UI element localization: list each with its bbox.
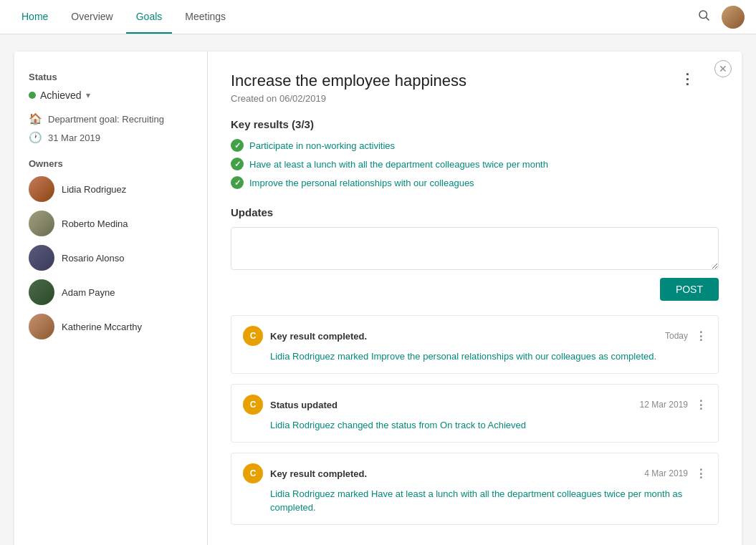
owner-name-1: Lidia Rodriguez bbox=[62, 184, 126, 195]
updates-title: Updates bbox=[231, 206, 719, 218]
department-goal-text: Department goal: Recruiting bbox=[48, 114, 164, 125]
check-icon-1 bbox=[231, 139, 244, 152]
update-avatar-letter-2: C bbox=[250, 400, 257, 410]
owner-avatar-3 bbox=[29, 245, 54, 271]
key-result-3: Improve the personal relationships with … bbox=[231, 176, 719, 189]
svg-point-0 bbox=[699, 11, 707, 19]
key-result-1: Participate in non-working activities bbox=[231, 139, 719, 152]
update-card-left-1: C Key result completed. bbox=[243, 326, 367, 346]
update-card-right-1: Today ⋮ bbox=[665, 329, 707, 343]
key-result-2: Have at least a lunch with all the depar… bbox=[231, 158, 719, 170]
update-card-right-2: 12 Mar 2019 ⋮ bbox=[640, 398, 707, 412]
nav-item-meetings[interactable]: Meetings bbox=[175, 0, 236, 34]
owner-avatar-5 bbox=[29, 314, 54, 339]
owner-row-2[interactable]: Roberto Medina bbox=[29, 211, 193, 236]
post-button[interactable]: POST bbox=[660, 278, 719, 301]
owners-section: Owners Lidia Rodriguez Roberto Medina Ro… bbox=[29, 158, 193, 339]
owner-avatar-1 bbox=[29, 176, 54, 202]
owner-name-3: Rosario Alonso bbox=[62, 253, 124, 264]
goal-title: Increase the employee happiness bbox=[231, 72, 466, 90]
clock-icon: 🕐 bbox=[29, 131, 42, 144]
status-section-title: Status bbox=[29, 72, 193, 82]
update-card-right-3: 4 Mar 2019 ⋮ bbox=[644, 467, 707, 481]
update-title-2: Status updated bbox=[270, 400, 338, 410]
owner-name-5: Katherine Mccarthy bbox=[62, 322, 142, 332]
key-result-text-2: Have at least a lunch with all the depar… bbox=[249, 159, 548, 170]
update-card-header-2: C Status updated 12 Mar 2019 ⋮ bbox=[243, 395, 707, 415]
sidebar: Status Achieved ▾ 🏠 Department goal: Rec… bbox=[14, 52, 208, 545]
owners-title: Owners bbox=[29, 158, 193, 169]
nav-goals-label: Goals bbox=[136, 11, 163, 22]
update-card-left-2: C Status updated bbox=[243, 395, 338, 415]
update-card-header-1: C Key result completed. Today ⋮ bbox=[243, 326, 707, 346]
key-result-text-1: Participate in non-working activities bbox=[249, 140, 395, 151]
update-card-2: C Status updated 12 Mar 2019 ⋮ Lidia Rod… bbox=[231, 384, 719, 443]
home-icon: 🏠 bbox=[29, 112, 42, 125]
update-input[interactable] bbox=[231, 227, 719, 270]
department-goal-row: 🏠 Department goal: Recruiting bbox=[29, 112, 193, 125]
update-more-button-2[interactable]: ⋮ bbox=[695, 398, 707, 412]
top-navigation: Home Overview Goals Meetings bbox=[0, 0, 756, 34]
owner-row-1[interactable]: Lidia Rodriguez bbox=[29, 176, 193, 202]
nav-item-overview[interactable]: Overview bbox=[61, 0, 123, 34]
update-body-1: Lidia Rodriguez marked Improve the perso… bbox=[243, 350, 707, 363]
update-card-1: C Key result completed. Today ⋮ Lidia Ro… bbox=[231, 315, 719, 374]
update-avatar-letter-1: C bbox=[250, 331, 257, 341]
update-date-1: Today bbox=[665, 331, 688, 341]
svg-line-1 bbox=[706, 17, 709, 20]
owner-avatar-4 bbox=[29, 279, 54, 305]
update-avatar-letter-3: C bbox=[250, 468, 257, 478]
nav-items: Home Overview Goals Meetings bbox=[11, 0, 236, 34]
status-label: Achieved bbox=[40, 90, 82, 101]
update-body-3: Lidia Rodriguez marked Have at least a l… bbox=[243, 488, 707, 513]
key-result-text-3: Improve the personal relationships with … bbox=[249, 178, 474, 188]
close-button[interactable]: ✕ bbox=[714, 60, 732, 77]
update-title-3: Key result completed. bbox=[270, 468, 367, 479]
goal-created-date: Created on 06/02/2019 bbox=[231, 93, 719, 104]
update-more-button-3[interactable]: ⋮ bbox=[695, 467, 707, 481]
update-card-header-3: C Key result completed. 4 Mar 2019 ⋮ bbox=[243, 463, 707, 483]
goal-header: Increase the employee happiness ⋮ bbox=[231, 72, 697, 90]
due-date-text: 31 Mar 2019 bbox=[48, 132, 100, 143]
status-row: Achieved ▾ bbox=[29, 90, 193, 101]
owner-row-3[interactable]: Rosario Alonso bbox=[29, 245, 193, 271]
status-dot bbox=[29, 92, 36, 99]
update-body-2: Lidia Rodriguez changed the status from … bbox=[243, 419, 707, 432]
update-card-3: C Key result completed. 4 Mar 2019 ⋮ Lid… bbox=[231, 453, 719, 524]
main-wrapper: Status Achieved ▾ 🏠 Department goal: Rec… bbox=[0, 34, 756, 545]
main-panel: ✕ Increase the employee happiness ⋮ Crea… bbox=[208, 52, 742, 545]
goal-more-button[interactable]: ⋮ bbox=[677, 72, 697, 86]
nav-item-home[interactable]: Home bbox=[11, 0, 58, 34]
owner-name-2: Roberto Medina bbox=[62, 218, 128, 229]
nav-home-label: Home bbox=[21, 11, 48, 22]
owner-row-5[interactable]: Katherine Mccarthy bbox=[29, 314, 193, 339]
update-date-3: 4 Mar 2019 bbox=[644, 468, 688, 478]
key-results-title: Key results (3/3) bbox=[231, 118, 719, 130]
updates-section: Updates POST C Key result completed. bbox=[231, 206, 719, 525]
owner-name-4: Adam Payne bbox=[62, 287, 115, 298]
check-icon-2 bbox=[231, 158, 244, 170]
post-btn-row: POST bbox=[231, 278, 719, 301]
update-more-button-1[interactable]: ⋮ bbox=[695, 329, 707, 343]
update-avatar-2: C bbox=[243, 395, 263, 415]
update-date-2: 12 Mar 2019 bbox=[640, 400, 688, 410]
update-avatar-3: C bbox=[243, 463, 263, 483]
due-date-row: 🕐 31 Mar 2019 bbox=[29, 131, 193, 144]
content-card: Status Achieved ▾ 🏠 Department goal: Rec… bbox=[14, 52, 742, 545]
owner-avatar-2 bbox=[29, 211, 54, 236]
nav-overview-label: Overview bbox=[71, 11, 113, 22]
update-title-1: Key result completed. bbox=[270, 331, 367, 342]
nav-meetings-label: Meetings bbox=[185, 11, 226, 22]
status-dropdown-arrow[interactable]: ▾ bbox=[86, 90, 90, 100]
owner-row-4[interactable]: Adam Payne bbox=[29, 279, 193, 305]
nav-item-goals[interactable]: Goals bbox=[126, 0, 173, 34]
update-avatar-1: C bbox=[243, 326, 263, 346]
update-card-left-3: C Key result completed. bbox=[243, 463, 367, 483]
check-icon-3 bbox=[231, 176, 244, 189]
nav-right bbox=[694, 6, 745, 29]
search-icon[interactable] bbox=[694, 6, 713, 28]
user-avatar[interactable] bbox=[722, 6, 745, 29]
